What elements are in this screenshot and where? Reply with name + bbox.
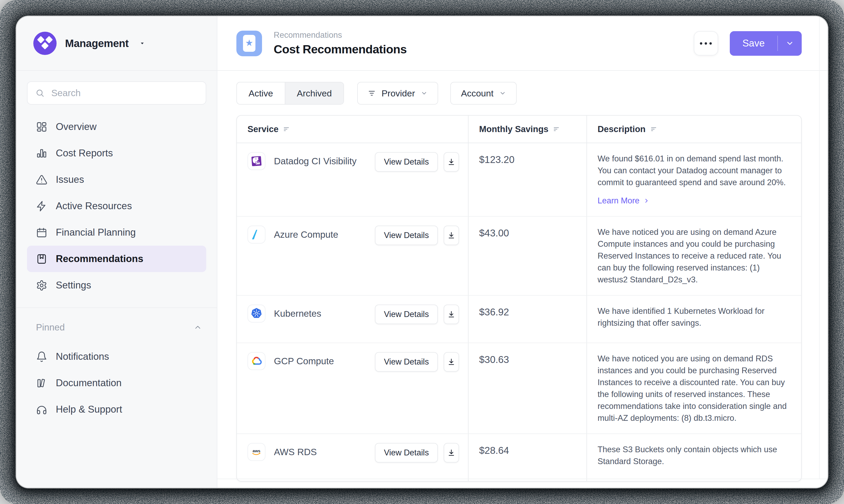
service-logo-tile bbox=[247, 305, 265, 323]
column-header-service[interactable]: Service bbox=[237, 116, 468, 143]
azure-logo bbox=[250, 228, 263, 241]
service-logo-tile bbox=[247, 152, 265, 170]
sidebar-item-notifications[interactable]: Notifications bbox=[27, 343, 206, 370]
save-menu-button[interactable] bbox=[778, 31, 802, 56]
description-cell: We found $616.01 in on demand spend last… bbox=[586, 143, 801, 216]
bookmark-book-icon bbox=[36, 253, 47, 265]
tab-active[interactable]: Active bbox=[237, 83, 285, 104]
chevron-up-icon[interactable] bbox=[193, 323, 202, 331]
sidebar-nav: Overview Cost Reports Issues Active Reso… bbox=[16, 106, 217, 299]
table-body: Datadog CI Visibility View Details $123.… bbox=[237, 143, 801, 481]
service-logo-tile: aws bbox=[247, 443, 265, 461]
main-area: ★ Recommendations Cost Recommendations S… bbox=[217, 16, 828, 488]
view-details-button[interactable]: View Details bbox=[375, 305, 438, 324]
sidebar-item-label: Cost Reports bbox=[56, 148, 113, 159]
download-button[interactable] bbox=[444, 305, 459, 324]
workspace-logo-icon bbox=[33, 32, 56, 55]
pinned-section-label: Pinned bbox=[36, 322, 65, 332]
account-dropdown[interactable]: Account bbox=[450, 82, 517, 105]
column-header-monthly-savings[interactable]: Monthly Savings bbox=[468, 116, 586, 143]
pinned-section-header[interactable]: Pinned bbox=[16, 319, 217, 336]
description-text: We have noticed you are using on demand … bbox=[598, 353, 789, 424]
sidebar-item-active-resources[interactable]: Active Resources bbox=[27, 193, 206, 219]
table-row: aws AWS RDS View Details $28.64 These S3… bbox=[237, 433, 801, 481]
view-details-button[interactable]: View Details bbox=[375, 443, 438, 463]
view-details-button[interactable]: View Details bbox=[375, 152, 438, 172]
service-cell: aws AWS RDS View Details bbox=[237, 434, 468, 481]
sidebar-item-help-support[interactable]: Help & Support bbox=[27, 396, 206, 422]
search-field[interactable] bbox=[51, 87, 198, 98]
bar-chart-icon bbox=[36, 148, 47, 159]
aws-logo: aws bbox=[250, 446, 263, 458]
table-row: Datadog CI Visibility View Details $123.… bbox=[237, 143, 801, 216]
provider-dropdown[interactable]: Provider bbox=[357, 82, 438, 105]
sidebar-item-recommendations[interactable]: Recommendations bbox=[27, 246, 206, 272]
column-header-description[interactable]: Description bbox=[586, 116, 801, 143]
workspace-name: Management bbox=[65, 37, 129, 49]
view-details-button[interactable]: View Details bbox=[375, 352, 438, 372]
download-icon bbox=[447, 231, 455, 239]
gcp-logo bbox=[250, 355, 263, 367]
table-header-row: Service Monthly Savings Description bbox=[237, 116, 801, 143]
sidebar-item-label: Issues bbox=[56, 174, 84, 185]
service-logo-tile bbox=[247, 226, 265, 244]
sidebar-item-label: Settings bbox=[56, 280, 91, 291]
download-button[interactable] bbox=[444, 443, 459, 463]
sidebar-item-settings[interactable]: Settings bbox=[27, 272, 206, 299]
provider-dropdown-label: Provider bbox=[381, 88, 415, 98]
sidebar: Management Overview Cost Reports Issues … bbox=[16, 16, 217, 488]
description-cell: We have identified 1 Kubernetes Workload… bbox=[586, 295, 801, 343]
page-title: Cost Recommendations bbox=[274, 42, 407, 56]
zap-icon bbox=[36, 200, 47, 212]
description-text: We found $616.01 in on demand spend last… bbox=[598, 153, 789, 188]
download-button[interactable] bbox=[444, 352, 459, 372]
sidebar-item-label: Documentation bbox=[56, 377, 122, 389]
service-cell: Datadog CI Visibility View Details bbox=[237, 143, 468, 216]
description-cell: These S3 Buckets only contain objects wh… bbox=[586, 434, 801, 481]
save-button[interactable]: Save bbox=[730, 31, 802, 56]
table-row: Azure Compute View Details $43.00 We hav… bbox=[237, 216, 801, 295]
headphones-icon bbox=[36, 404, 47, 415]
overview-icon bbox=[36, 121, 47, 132]
more-actions-button[interactable] bbox=[694, 31, 718, 55]
page-content: Active Archived Provider Account bbox=[217, 71, 828, 488]
download-icon bbox=[447, 449, 455, 457]
search-input[interactable] bbox=[27, 82, 206, 105]
filter-bar: Active Archived Provider Account bbox=[236, 82, 802, 105]
sidebar-item-label: Help & Support bbox=[56, 404, 122, 415]
bell-icon bbox=[36, 351, 47, 362]
sidebar-item-issues[interactable]: Issues bbox=[27, 166, 206, 193]
service-name: Azure Compute bbox=[274, 226, 366, 244]
learn-more-link[interactable]: Learn More bbox=[598, 195, 650, 206]
screenshot-canvas: Management Overview Cost Reports Issues … bbox=[0, 0, 844, 504]
ellipsis-icon bbox=[700, 42, 702, 44]
sidebar-item-documentation[interactable]: Documentation bbox=[27, 370, 206, 396]
service-cell: Azure Compute View Details bbox=[237, 217, 468, 295]
sidebar-item-label: Financial Planning bbox=[56, 227, 136, 238]
content-bottom-divider bbox=[217, 479, 828, 479]
service-cell: GCP Compute View Details bbox=[237, 343, 468, 433]
sidebar-item-financial-planning[interactable]: Financial Planning bbox=[27, 219, 206, 246]
recommendations-table: Service Monthly Savings Description bbox=[236, 115, 802, 482]
tab-archived[interactable]: Archived bbox=[285, 83, 343, 104]
save-button-label: Save bbox=[730, 38, 777, 49]
breadcrumb: Recommendations bbox=[274, 30, 407, 40]
download-button[interactable] bbox=[444, 152, 459, 172]
chevron-down-icon bbox=[499, 90, 506, 97]
sort-lines-icon bbox=[650, 125, 657, 133]
filter-lines-icon bbox=[368, 89, 376, 97]
sidebar-item-overview[interactable]: Overview bbox=[27, 113, 206, 140]
caret-down-icon bbox=[139, 40, 146, 47]
monthly-savings-value: $43.00 bbox=[468, 217, 586, 295]
view-details-button[interactable]: View Details bbox=[375, 226, 438, 245]
scrollbar-track-divider[interactable] bbox=[819, 16, 820, 479]
description-cell: We have noticed you are using on demand … bbox=[586, 217, 801, 295]
sidebar-item-label: Notifications bbox=[56, 351, 109, 362]
monthly-savings-value: $30.63 bbox=[468, 343, 586, 433]
workspace-switcher[interactable]: Management bbox=[16, 16, 217, 71]
calendar-icon bbox=[36, 227, 47, 238]
download-button[interactable] bbox=[444, 226, 459, 245]
books-icon bbox=[36, 377, 47, 389]
sidebar-item-cost-reports[interactable]: Cost Reports bbox=[27, 140, 206, 166]
svg-text:aws: aws bbox=[253, 449, 260, 453]
